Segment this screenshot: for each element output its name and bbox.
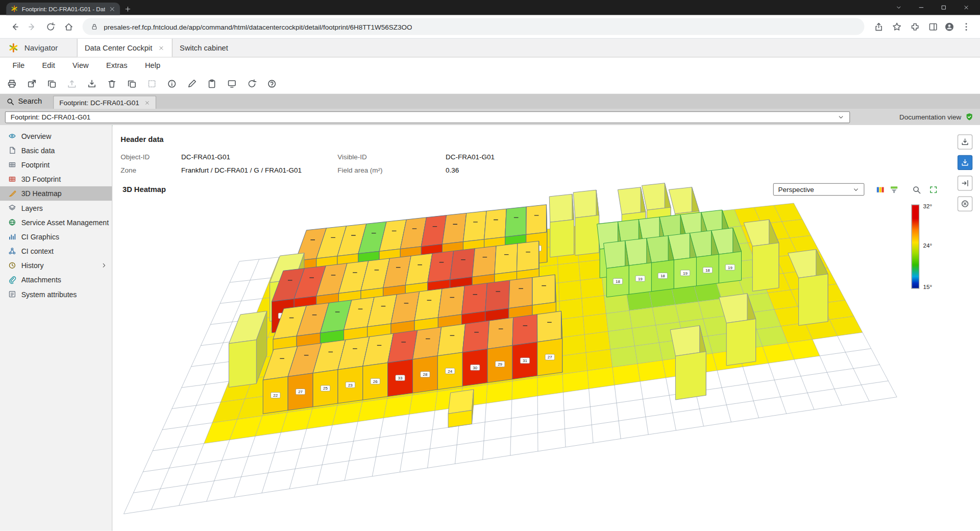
sidebar-item-attachments[interactable]: Attachments bbox=[0, 273, 112, 287]
grid-icon bbox=[8, 161, 16, 169]
duplicate-button[interactable] bbox=[122, 75, 141, 92]
tab-list-chevron-icon[interactable] bbox=[888, 0, 910, 15]
footprint-tab[interactable]: Footprint: DC-FRA01-G01 bbox=[53, 95, 156, 109]
menu-file[interactable]: File bbox=[4, 58, 33, 74]
documentation-view[interactable]: Documentation view bbox=[899, 112, 974, 121]
paperclip-icon bbox=[8, 276, 16, 284]
sidebar-item-history[interactable]: History bbox=[0, 258, 112, 273]
menu-help[interactable]: Help bbox=[136, 58, 169, 74]
sidebar-item-footprint[interactable]: Footprint bbox=[0, 158, 112, 172]
selection-frame-button bbox=[142, 75, 161, 92]
sidebar-item-ci-graphics[interactable]: CI Graphics bbox=[0, 229, 112, 244]
app-tab-label: Data Center Cockpit bbox=[85, 43, 152, 52]
tab-title: Footprint: DC-FRA01-G01 - Data bbox=[22, 5, 105, 12]
copy-button[interactable] bbox=[42, 75, 61, 92]
window-minimize-button[interactable] bbox=[910, 0, 933, 15]
tray-down-icon bbox=[87, 79, 97, 89]
svg-text:29: 29 bbox=[498, 362, 502, 367]
export-download-button[interactable] bbox=[83, 75, 101, 92]
brush-icon bbox=[8, 189, 16, 198]
new-tab-button[interactable] bbox=[120, 3, 135, 15]
forward-button[interactable] bbox=[24, 18, 41, 35]
home-button[interactable] bbox=[60, 18, 77, 35]
svg-text:19: 19 bbox=[638, 277, 643, 281]
browser-tab[interactable]: Footprint: DC-FRA01-G01 - Data bbox=[6, 3, 120, 15]
edit-button[interactable] bbox=[183, 75, 201, 92]
open-external-button[interactable] bbox=[22, 75, 41, 92]
sidebar-item-layers[interactable]: Layers bbox=[0, 201, 112, 215]
layers-icon bbox=[8, 204, 16, 212]
content-panel: Header data Object-ID DC-FRA01-G01 Visib… bbox=[112, 125, 980, 531]
search-label: Search bbox=[18, 97, 42, 106]
refresh-button[interactable] bbox=[242, 75, 261, 92]
info-icon bbox=[166, 79, 177, 89]
clipboard-button[interactable] bbox=[203, 75, 221, 92]
footprint-tab-label: Footprint: DC-FRA01-G01 bbox=[59, 99, 139, 106]
layer-filter-button[interactable] bbox=[888, 183, 900, 196]
sidebar-item-label: 3D Heatmap bbox=[21, 190, 62, 198]
app-tab-switch-cabinet[interactable]: Switch cabinet bbox=[172, 39, 235, 57]
extensions-button[interactable] bbox=[906, 18, 923, 35]
collapse-panel-button[interactable] bbox=[958, 176, 972, 190]
profile-avatar[interactable] bbox=[943, 20, 957, 34]
svg-text:33: 33 bbox=[398, 376, 403, 380]
menu-edit[interactable]: Edit bbox=[33, 58, 64, 74]
share-button[interactable] bbox=[870, 18, 887, 35]
shield-icon bbox=[965, 112, 974, 121]
svg-text:22: 22 bbox=[273, 393, 278, 398]
window-close-button[interactable] bbox=[955, 0, 977, 15]
menu-view[interactable]: View bbox=[64, 58, 97, 74]
delete-button[interactable] bbox=[103, 75, 121, 92]
print-icon bbox=[7, 79, 17, 89]
reload-button[interactable] bbox=[42, 18, 59, 35]
tab-close-icon[interactable] bbox=[109, 5, 115, 12]
fit-view-button[interactable] bbox=[927, 183, 939, 196]
svg-text:31: 31 bbox=[523, 358, 527, 363]
export-image-button[interactable] bbox=[958, 134, 972, 149]
svg-text:18: 18 bbox=[660, 274, 665, 278]
sidebar-item-service-asset-management[interactable]: Service Asset Management bbox=[0, 215, 112, 229]
heatmap-scene[interactable]: 2627242125293128272622251918191819183133… bbox=[119, 159, 957, 525]
pen-icon bbox=[187, 79, 197, 89]
sidebar-item-overview[interactable]: Overview bbox=[0, 129, 112, 143]
print-button[interactable] bbox=[3, 75, 21, 92]
legend-mid: 24° bbox=[923, 242, 933, 249]
svg-text:28: 28 bbox=[423, 372, 427, 377]
footprint-tab-close-icon[interactable] bbox=[144, 100, 150, 105]
chevron-down-icon bbox=[852, 186, 859, 192]
sidebar-item-basic-data[interactable]: Basic data bbox=[0, 143, 112, 157]
back-button[interactable] bbox=[6, 18, 22, 35]
presentation-button[interactable] bbox=[223, 75, 241, 92]
search-button[interactable]: Search bbox=[0, 94, 48, 109]
sidebar-item-3d-heatmap[interactable]: 3D Heatmap bbox=[0, 186, 112, 201]
globe-icon bbox=[8, 218, 16, 226]
sidebar-item-ci-context[interactable]: CI context bbox=[0, 244, 112, 258]
view-mode-select[interactable]: Perspective bbox=[773, 183, 865, 196]
browser-menu-button[interactable] bbox=[958, 18, 974, 35]
sidebar-item-system-attributes[interactable]: System attributes bbox=[0, 287, 112, 301]
sidebar-item-3d-footprint[interactable]: 3D Footprint bbox=[0, 172, 112, 186]
window-maximize-button[interactable] bbox=[933, 0, 955, 15]
save-image-button[interactable] bbox=[958, 155, 972, 170]
copy-icon bbox=[127, 79, 137, 89]
menu-extras[interactable]: Extras bbox=[97, 58, 136, 74]
zoom-button[interactable] bbox=[910, 183, 922, 196]
app-brand-label: Navigator bbox=[24, 43, 58, 52]
side-panel-button[interactable] bbox=[924, 18, 941, 35]
address-bar[interactable]: presales-ref.fcp.fntcloud.de/app/command… bbox=[83, 18, 865, 35]
help-button[interactable] bbox=[262, 75, 281, 92]
svg-text:25: 25 bbox=[323, 386, 328, 391]
close-view-button[interactable] bbox=[958, 196, 972, 211]
svg-text:27: 27 bbox=[548, 355, 552, 359]
sidebar-item-label: History bbox=[21, 261, 44, 269]
object-info-button[interactable] bbox=[162, 75, 181, 92]
bookmark-button[interactable] bbox=[888, 18, 905, 35]
app-tab-close-icon[interactable] bbox=[158, 45, 164, 51]
sidebar-item-label: Layers bbox=[21, 204, 43, 212]
header-data-title: Header data bbox=[120, 135, 163, 143]
chevron-right-icon bbox=[101, 262, 107, 269]
color-scale-button[interactable] bbox=[874, 183, 886, 196]
object-select[interactable]: Footprint: DC-FRA01-G01 bbox=[5, 111, 850, 123]
app-tab-data-center-cockpit[interactable]: Data Center Cockpit bbox=[77, 39, 172, 57]
temperature-legend: 32° 24° 15° bbox=[911, 204, 950, 292]
